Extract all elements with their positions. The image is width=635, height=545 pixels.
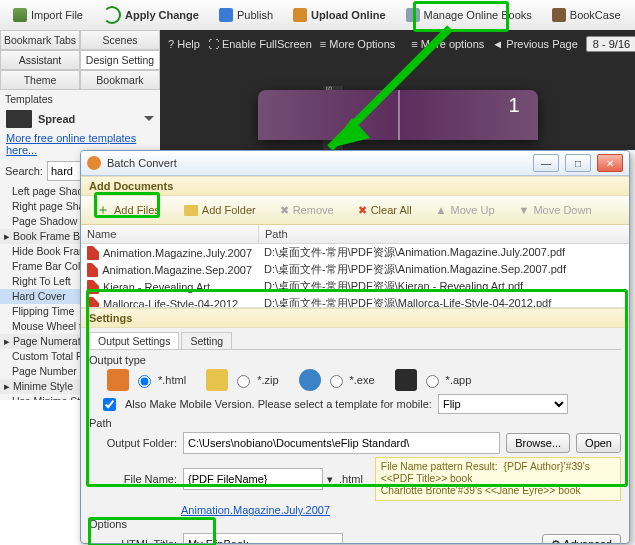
refresh-icon [103, 6, 121, 24]
gear-icon: ⚙ [551, 538, 561, 545]
zip-icon [206, 369, 228, 391]
mobile-checkbox[interactable] [103, 398, 116, 411]
publish-icon [219, 8, 233, 22]
file-row[interactable]: Mallorca-Life-Style-04-2012D:\桌面文件-常用\PD… [81, 295, 629, 308]
example-link[interactable]: Animation.Magazine.July.2007 [181, 504, 330, 516]
browse-button[interactable]: Browse... [506, 433, 570, 453]
side-tab[interactable]: Assistant [0, 50, 80, 70]
main-toolbar: Import File Apply Change Publish Upload … [0, 0, 635, 31]
minimize-button[interactable]: — [533, 154, 559, 172]
apply-change-button[interactable]: Apply Change [96, 3, 206, 27]
output-folder-input[interactable] [183, 432, 500, 454]
col-name[interactable]: Name [81, 225, 259, 243]
pattern-note: File Name pattern Result: {PDF Author}'#… [375, 457, 621, 501]
add-documents-header: Add Documents [81, 176, 629, 196]
remove-icon: ✖ [280, 204, 289, 217]
upload-icon [293, 8, 307, 22]
search-label: Search: [5, 165, 43, 177]
advanced-button[interactable]: ⚙ Advanced [542, 534, 621, 544]
html-title-label: HTML Title: [99, 538, 177, 544]
file-row[interactable]: Animation.Magazine.July.2007D:\桌面文件-常用\P… [81, 244, 629, 261]
prev-page-button[interactable]: ◄ Previous Page [492, 38, 578, 50]
move-down-button[interactable]: ▼Move Down [512, 201, 599, 219]
output-type-label: Output type [89, 354, 621, 366]
add-documents-toolbar: ＋Add Files Add Folder ✖Remove ✖Clear All… [81, 196, 629, 225]
pdf-icon [87, 246, 99, 260]
dialog-title: Batch Convert [107, 157, 177, 169]
remove-button[interactable]: ✖Remove [273, 201, 341, 220]
file-row[interactable]: Animation.Magazine.Sep.2007D:\桌面文件-常用\PD… [81, 261, 629, 278]
import-file-button[interactable]: Import File [6, 5, 90, 25]
side-tab[interactable]: Theme [0, 70, 80, 90]
folder-icon [184, 205, 198, 216]
radio-html[interactable] [138, 375, 151, 388]
manage-books-button[interactable]: Manage Online Books [399, 5, 539, 25]
book-preview[interactable]: 1 [258, 90, 538, 140]
tab-setting[interactable]: Setting [181, 332, 232, 349]
output-folder-label: Output Folder: [99, 437, 177, 449]
upload-online-button[interactable]: Upload Online [286, 5, 393, 25]
tab-output-settings[interactable]: Output Settings [89, 332, 179, 349]
file-list[interactable]: NamePath Animation.Magazine.July.2007D:\… [81, 225, 629, 308]
file-name-label: File Name: [99, 473, 177, 485]
side-tabs: Bookmark TabsScenesAssistantDesign Setti… [0, 30, 160, 90]
more-options-1[interactable]: ≡ More Options [320, 38, 396, 50]
add-files-button[interactable]: ＋Add Files [89, 198, 167, 222]
dialog-icon [87, 156, 101, 170]
add-folder-button[interactable]: Add Folder [177, 201, 263, 219]
side-tab[interactable]: Bookmark Tabs [0, 30, 80, 50]
bookcase-icon [552, 8, 566, 22]
publish-button[interactable]: Publish [212, 5, 280, 25]
settings-header: Settings [81, 308, 629, 328]
clear-icon: ✖ [358, 204, 367, 217]
pdf-icon [87, 297, 99, 309]
add-files-icon: ＋ [96, 201, 110, 219]
books-icon [406, 8, 420, 22]
fullscreen-button[interactable]: ⛶ Enable FullScreen [208, 38, 312, 50]
close-button[interactable]: ✕ [597, 154, 623, 172]
batch-convert-dialog: Batch Convert — □ ✕ Add Documents ＋Add F… [80, 150, 630, 544]
preview-area: ? Help ⛶ Enable FullScreen ≡ More Option… [160, 30, 635, 150]
side-tab[interactable]: Scenes [80, 30, 160, 50]
side-tab[interactable]: Design Setting [80, 50, 160, 70]
spread-template-icon[interactable] [6, 110, 32, 128]
chevron-down-icon[interactable] [144, 116, 154, 126]
exe-icon [299, 369, 321, 391]
maximize-button[interactable]: □ [565, 154, 591, 172]
radio-exe[interactable] [330, 375, 343, 388]
path-label: Path [89, 417, 621, 429]
col-path[interactable]: Path [259, 225, 629, 243]
arrow-up-icon: ▲ [436, 204, 447, 216]
app-icon [395, 369, 417, 391]
arrow-down-icon: ▼ [519, 204, 530, 216]
templates-label: Templates [0, 90, 160, 108]
pdf-icon [87, 280, 99, 294]
clear-all-button[interactable]: ✖Clear All [351, 201, 419, 220]
radio-app[interactable] [426, 375, 439, 388]
file-name-input[interactable] [183, 468, 323, 490]
help-button[interactable]: ? Help [168, 38, 200, 50]
file-row[interactable]: Kieran - Revealing ArtD:\桌面文件-常用\PDF资源\K… [81, 278, 629, 295]
page-indicator[interactable]: 8 - 9/16 [586, 36, 635, 52]
html-icon [107, 369, 129, 391]
html-title-input[interactable] [183, 533, 343, 544]
bookcase-button[interactable]: BookCase [545, 5, 628, 25]
import-icon [13, 8, 27, 22]
spread-template-name: Spread [38, 113, 75, 125]
radio-zip[interactable] [237, 375, 250, 388]
open-button[interactable]: Open [576, 433, 621, 453]
pdf-icon [87, 263, 98, 277]
more-options-2[interactable]: ≡ More options [411, 38, 484, 50]
mobile-template-select[interactable]: Flip [438, 394, 568, 414]
side-tab[interactable]: Bookmark [80, 70, 160, 90]
options-label: Options [89, 518, 621, 530]
move-up-button[interactable]: ▲Move Up [429, 201, 502, 219]
